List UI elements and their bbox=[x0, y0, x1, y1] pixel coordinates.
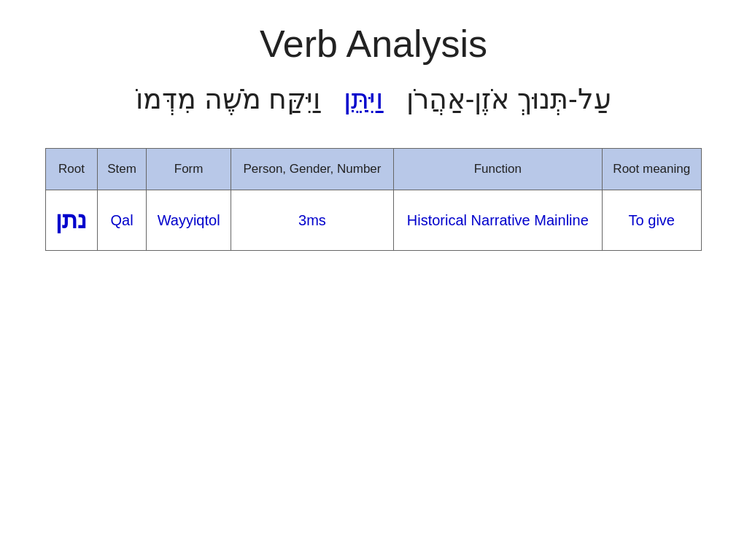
col-header-root-meaning: Root meaning bbox=[602, 149, 701, 190]
hebrew-before: וַיִּקַּח מֹשֶׁה מִדְּמוֹ bbox=[136, 84, 320, 114]
table-header-row: Root Stem Form Person, Gender, Number Fu… bbox=[46, 149, 702, 190]
hebrew-sentence: עַל-תְּנוּךְ אֹזֶן-אַהֲרֹן וַיִּתֵּן וַי… bbox=[136, 80, 611, 119]
cell-root-meaning: To give bbox=[602, 190, 701, 251]
col-header-form: Form bbox=[147, 149, 231, 190]
verb-analysis-table: Root Stem Form Person, Gender, Number Fu… bbox=[45, 148, 702, 251]
cell-form: Wayyiqtol bbox=[147, 190, 231, 251]
verb-analysis-table-container: Root Stem Form Person, Gender, Number Fu… bbox=[45, 148, 702, 251]
hebrew-after: עַל-תְּנוּךְ אֹזֶן-אַהֲרֹן bbox=[406, 84, 611, 114]
cell-pgn: 3ms bbox=[231, 190, 393, 251]
col-header-root: Root bbox=[46, 149, 98, 190]
cell-root: נתן bbox=[46, 190, 98, 251]
col-header-stem: Stem bbox=[97, 149, 146, 190]
cell-stem: Qal bbox=[97, 190, 146, 251]
hebrew-highlighted: וַיִּתֵּן bbox=[344, 84, 383, 114]
table-row: נתן Qal Wayyiqtol 3ms Historical Narrati… bbox=[46, 190, 702, 251]
cell-function: Historical Narrative Mainline bbox=[394, 190, 603, 251]
page-title: Verb Analysis bbox=[260, 22, 487, 66]
col-header-function: Function bbox=[394, 149, 603, 190]
col-header-pgn: Person, Gender, Number bbox=[231, 149, 393, 190]
